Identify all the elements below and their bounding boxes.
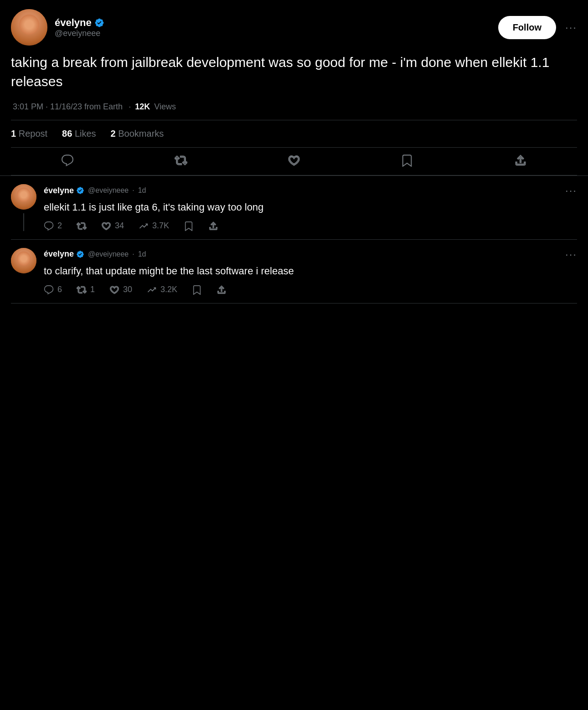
reply-content-2: évelyne @eveiyneee · 1d ··· to clarify, … bbox=[44, 248, 577, 295]
reply-share-button-1[interactable] bbox=[208, 221, 218, 231]
reply-comment-button-2[interactable]: 6 bbox=[44, 285, 62, 295]
reply-time-dot-1: · bbox=[132, 186, 134, 195]
reply-more-button-1[interactable]: ··· bbox=[565, 184, 577, 197]
verified-badge-icon bbox=[94, 18, 104, 28]
reply-header-2: évelyne @eveiyneee · 1d ··· bbox=[44, 248, 577, 261]
reply-tweet-2: évelyne @eveiyneee · 1d ··· to clarify, … bbox=[11, 240, 577, 304]
reply-time-1: 1d bbox=[138, 186, 146, 195]
reply-header-left-1: évelyne @eveiyneee · 1d bbox=[44, 186, 146, 196]
reply-handle-2: @eveiyneee bbox=[88, 250, 129, 258]
reply-like-button-1[interactable]: 34 bbox=[101, 221, 124, 231]
tweet-text: taking a break from jailbreak developmen… bbox=[11, 53, 577, 91]
comment-button[interactable] bbox=[61, 154, 74, 167]
reply-avatar-2[interactable] bbox=[11, 248, 36, 273]
main-tweet: évelyne @eveiyneee Follow ··· taking a b… bbox=[0, 0, 588, 176]
bookmarks-count: 2 Bookmarks bbox=[111, 129, 164, 139]
reply-verified-icon-2 bbox=[76, 250, 84, 258]
bookmark-button[interactable] bbox=[401, 154, 413, 167]
tweet-header-right: Follow ··· bbox=[498, 16, 577, 39]
reply-tweet-1: évelyne @eveiyneee · 1d ··· ellekit 1.1 … bbox=[11, 176, 577, 240]
reply-left-1 bbox=[11, 184, 36, 231]
reply-header-1: évelyne @eveiyneee · 1d ··· bbox=[44, 184, 577, 197]
reply-comment-button-1[interactable]: 2 bbox=[44, 221, 62, 231]
reply-section: évelyne @eveiyneee · 1d ··· ellekit 1.1 … bbox=[0, 176, 588, 304]
reply-like-button-2[interactable]: 30 bbox=[109, 285, 132, 295]
user-info: évelyne @eveiyneee bbox=[55, 17, 104, 38]
display-name: évelyne bbox=[55, 17, 104, 29]
reply-handle-1: @eveiyneee bbox=[88, 186, 129, 195]
follow-button[interactable]: Follow bbox=[498, 16, 556, 39]
reply-actions-1: 2 34 3.7K bbox=[44, 221, 577, 231]
reply-text-1: ellekit 1.1 is just like gta 6, it's tak… bbox=[44, 201, 577, 215]
reply-repost-button-2[interactable]: 1 bbox=[77, 285, 95, 295]
reply-bookmark-button-1[interactable] bbox=[184, 221, 194, 231]
reply-content-1: évelyne @eveiyneee · 1d ··· ellekit 1.1 … bbox=[44, 184, 577, 231]
tweet-stats: 1 Repost 86 Likes 2 Bookmarks bbox=[11, 120, 577, 148]
reply-time-2: 1d bbox=[138, 250, 146, 258]
avatar[interactable] bbox=[11, 9, 47, 46]
share-button[interactable] bbox=[514, 154, 527, 167]
reply-share-button-2[interactable] bbox=[217, 285, 227, 295]
reply-left-2 bbox=[11, 248, 36, 295]
likes-count: 86 Likes bbox=[62, 129, 96, 139]
like-button[interactable] bbox=[288, 154, 300, 167]
more-options-button[interactable]: ··· bbox=[565, 21, 577, 34]
user-handle: @eveiyneee bbox=[55, 29, 104, 38]
tweet-header-left: évelyne @eveiyneee bbox=[11, 9, 104, 46]
reply-repost-button-1[interactable] bbox=[77, 221, 87, 231]
repost-button[interactable] bbox=[175, 154, 187, 167]
tweet-header: évelyne @eveiyneee Follow ··· bbox=[11, 9, 577, 46]
reply-text-2: to clarify, that update might be the las… bbox=[44, 264, 577, 278]
reply-time-dot-2: · bbox=[132, 250, 134, 258]
reply-display-name-2: évelyne bbox=[44, 249, 84, 259]
reply-more-button-2[interactable]: ··· bbox=[565, 248, 577, 261]
reply-views-button-2[interactable]: 3.2K bbox=[147, 285, 177, 295]
reply-verified-icon-1 bbox=[76, 186, 84, 195]
reply-avatar-1[interactable] bbox=[11, 184, 36, 210]
reply-display-name-1: évelyne bbox=[44, 186, 84, 196]
reply-views-button-1[interactable]: 3.7K bbox=[139, 221, 169, 231]
thread-line-1 bbox=[23, 213, 24, 231]
repost-count: 1 Repost bbox=[11, 129, 47, 139]
reply-actions-2: 6 1 30 3.2K bbox=[44, 285, 577, 295]
tweet-actions bbox=[11, 148, 577, 175]
reply-bookmark-button-2[interactable] bbox=[192, 285, 202, 295]
reply-header-left-2: évelyne @eveiyneee · 1d bbox=[44, 249, 146, 259]
tweet-meta: 3:01 PM · 11/16/23 from Earth · 12K View… bbox=[11, 100, 577, 112]
